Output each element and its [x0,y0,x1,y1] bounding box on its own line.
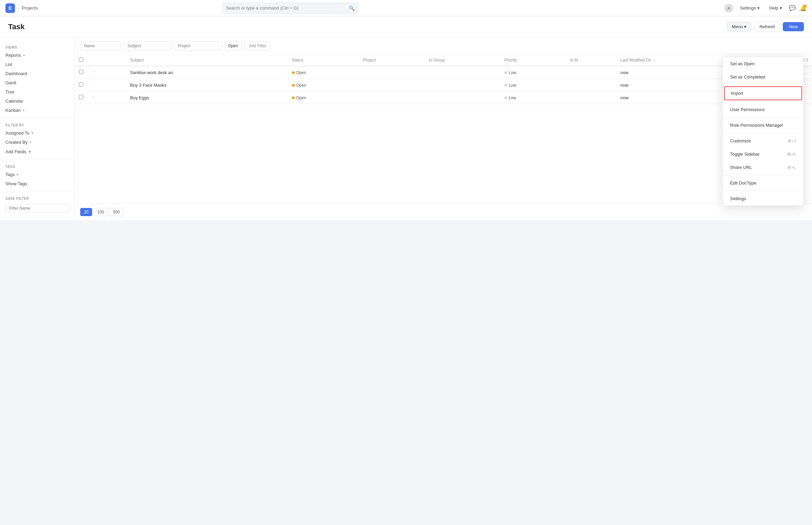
filter-bar: Open Add Filter [75,38,812,55]
col-subject[interactable]: Subject [126,55,288,66]
chevron-down-icon: ▾ [23,53,25,57]
row-checkbox[interactable] [79,70,83,74]
dropdown-set-as-open[interactable]: Set as Open [724,57,802,70]
col-is-group[interactable]: Is Group [425,55,500,66]
menu-button[interactable]: Menu ▾ [727,22,752,32]
search-input[interactable] [226,5,347,11]
row-project [359,91,425,104]
sidebar-item-kanban[interactable]: Kanban ▾ [0,106,74,115]
sidebar-add-fields[interactable]: Add Fields + [0,147,74,156]
new-button[interactable]: New [783,22,804,31]
dropdown-edit-doctype[interactable]: Edit DocType [724,177,802,189]
dropdown-divider-2 [723,102,803,102]
page-size-500[interactable]: 500 [109,208,123,216]
sidebar-item-dashboard[interactable]: Dashboard [0,69,74,78]
sidebar-filter-created-by[interactable]: Created By ▾ [0,138,74,147]
table-row[interactable]: ♡ Sanitise work desk an Open Low now 💬 0 [75,66,812,79]
project-filter-input[interactable] [174,42,222,50]
sidebar-show-tags[interactable]: Show Tags [0,179,74,188]
row-checkbox[interactable] [79,82,83,87]
dropdown-divider-6 [723,191,803,191]
row-checkbox[interactable] [79,95,83,99]
sidebar-filter-assigned-to[interactable]: Assigned To ▾ [0,129,74,138]
sidebar-tags[interactable]: Tags ▾ [0,170,74,179]
col-heart [87,55,126,66]
col-status[interactable]: Status [288,55,359,66]
dropdown-import[interactable]: Import [724,86,802,100]
row-heart-cell[interactable]: ♡ [87,66,126,79]
table-row[interactable]: ♡ Buy Eggs Open Low now 💬 0 [75,91,812,104]
row-heart-cell[interactable]: ♡ [87,91,126,104]
row-subject[interactable]: Sanitise work desk an [126,66,288,79]
sidebar-item-list[interactable]: List [0,60,74,69]
select-all-header[interactable] [75,55,87,66]
row-subject[interactable]: Buy 3 Face Masks [126,79,288,91]
dropdown-set-as-completed[interactable]: Set as Completed [724,71,802,83]
page-size-20[interactable]: 20 [80,208,92,216]
global-search[interactable]: 🔍 [222,3,358,14]
status-dot [292,96,295,99]
name-filter-input[interactable] [80,42,121,50]
sidebar: VIEWS Reports ▾ List Dashboard Gantt Tre… [0,38,75,220]
dropdown-divider-4 [723,133,803,133]
row-is-m [566,91,617,104]
refresh-button[interactable]: Refresh [754,22,780,32]
col-priority[interactable]: Priority [500,55,566,66]
dropdown-divider-1 [723,85,803,85]
row-checkbox-cell[interactable] [75,79,87,91]
settings-button[interactable]: Settings ▾ [737,4,762,12]
views-section-label: VIEWS [0,43,74,51]
task-table: Subject Status Project Is Group Priority… [75,55,812,104]
dropdown-toggle-sidebar[interactable]: Toggle Sidebar ⌘+K [724,148,802,160]
chevron-down-icon: ▾ [780,5,782,11]
subject-filter-input[interactable] [124,42,171,50]
sort-icon: ↓ [653,58,656,62]
page-size-100[interactable]: 100 [93,208,108,216]
row-project [359,66,425,79]
chevron-down-icon: ▾ [32,131,33,135]
task-table-container: Subject Status Project Is Group Priority… [75,55,812,204]
row-heart-cell[interactable]: ♡ [87,79,126,91]
table-row[interactable]: ♡ Buy 3 Face Masks Open Low now 💬 0 [75,79,812,91]
select-all-checkbox[interactable] [79,57,83,62]
sidebar-item-gantt[interactable]: Gantt [0,78,74,87]
row-is-group [425,66,500,79]
dropdown-divider-3 [723,117,803,118]
status-filter-select[interactable]: Open [224,42,242,50]
notification-dot [804,5,807,7]
row-priority: Low [500,79,566,91]
dropdown-share-url[interactable]: Share URL ⌘+L [724,161,802,174]
add-filter-button[interactable]: Add Filter [244,42,271,50]
row-status: Open [288,91,359,104]
help-button[interactable]: Help ▾ [766,4,785,12]
chevron-down-icon: ▾ [744,24,747,29]
chat-icon[interactable]: 💬 [789,5,796,11]
row-checkbox-cell[interactable] [75,66,87,79]
nav-right: A Settings ▾ Help ▾ 💬 🔔 [724,4,807,13]
filter-name-input[interactable] [5,204,69,213]
dropdown-role-permissions[interactable]: Role Permissions Manager [724,119,802,132]
priority-dot [505,71,507,74]
menu-dropdown: Set as Open Set as Completed Import User… [722,56,804,206]
row-status: Open [288,79,359,91]
sidebar-item-tree[interactable]: Tree [0,87,74,96]
main-content: VIEWS Reports ▾ List Dashboard Gantt Tre… [0,38,812,220]
filter-section-label: FILTER BY [0,121,74,129]
header-actions: Menu ▾ Refresh New [727,22,804,32]
nav-projects[interactable]: Projects [22,5,38,11]
sidebar-item-reports[interactable]: Reports ▾ [0,51,74,60]
dropdown-user-permissions[interactable]: User Permissions [724,103,802,116]
top-nav: E › Projects 🔍 A Settings ▾ Help ▾ 💬 🔔 [0,0,812,16]
dropdown-settings[interactable]: Settings [724,192,802,205]
dropdown-customize[interactable]: Customize ⌘+J [724,135,802,147]
row-is-m [566,66,617,79]
avatar[interactable]: A [724,4,733,13]
col-project[interactable]: Project [359,55,425,66]
row-is-group [425,79,500,91]
sidebar-divider [0,118,74,118]
col-is-m[interactable]: Is M [566,55,617,66]
sidebar-item-calendar[interactable]: Calendar [0,96,74,106]
row-checkbox-cell[interactable] [75,91,87,104]
dropdown-divider-5 [723,175,803,175]
row-subject[interactable]: Buy Eggs [126,91,288,104]
